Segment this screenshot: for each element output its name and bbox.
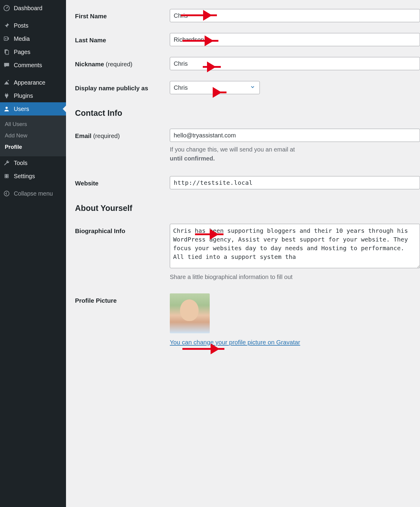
svg-point-8 bbox=[4, 191, 9, 196]
media-icon bbox=[3, 35, 10, 42]
bio-helper: Share a little biographical information … bbox=[170, 272, 420, 281]
label-first-name: First Name bbox=[75, 9, 170, 20]
annotation-arrow bbox=[182, 40, 218, 42]
annotation-arrow bbox=[182, 348, 224, 350]
label-last-name: Last Name bbox=[75, 33, 170, 44]
display-name-value: Chris bbox=[174, 84, 188, 91]
sidebar-label: Users bbox=[14, 106, 29, 112]
svg-point-1 bbox=[6, 8, 7, 9]
users-submenu: All Users Add New Profile bbox=[0, 116, 66, 156]
svg-rect-5 bbox=[6, 50, 9, 54]
label-website: Website bbox=[75, 176, 170, 187]
submenu-profile[interactable]: Profile bbox=[0, 141, 66, 153]
sidebar-item-appearance[interactable]: Appearance bbox=[0, 76, 66, 89]
sidebar-item-tools[interactable]: Tools bbox=[0, 156, 66, 170]
gravatar-link[interactable]: You can change your profile picture on G… bbox=[170, 339, 300, 346]
appearance-icon bbox=[3, 79, 10, 86]
row-profile-picture: Profile Picture You can change your prof… bbox=[75, 293, 420, 346]
sidebar-item-pages[interactable]: Pages bbox=[0, 45, 66, 58]
label-email: Email (required) bbox=[75, 129, 170, 140]
sidebar-collapse[interactable]: Collapse menu bbox=[0, 187, 66, 200]
email-helper: If you change this, we will send you an … bbox=[170, 145, 420, 163]
annotation-arrow bbox=[218, 92, 226, 93]
sidebar-label: Media bbox=[14, 35, 30, 42]
label-profile-picture: Profile Picture bbox=[75, 293, 170, 304]
submenu-add-new[interactable]: Add New bbox=[0, 130, 66, 141]
profile-form: First Name Last Name Nickname (required)… bbox=[66, 0, 420, 507]
profile-avatar bbox=[170, 293, 210, 333]
sidebar-item-comments[interactable]: Comments bbox=[0, 58, 66, 72]
email-input[interactable] bbox=[170, 129, 420, 142]
sidebar-label: Tools bbox=[14, 160, 28, 166]
sidebar-item-users[interactable]: Users bbox=[0, 102, 66, 116]
plugins-icon bbox=[3, 92, 10, 99]
sidebar-item-posts[interactable]: Posts bbox=[0, 19, 66, 32]
pages-icon bbox=[3, 48, 10, 56]
row-display-name: Display name publicly as Chris bbox=[75, 81, 420, 94]
sidebar-label: Comments bbox=[14, 62, 42, 69]
users-icon bbox=[3, 105, 10, 112]
annotation-arrow bbox=[181, 14, 217, 16]
settings-icon bbox=[3, 172, 10, 180]
svg-point-6 bbox=[8, 80, 9, 81]
tools-icon bbox=[3, 159, 10, 166]
row-bio: Biographical Info Share a little biograp… bbox=[75, 224, 420, 281]
sidebar-item-settings[interactable]: Settings bbox=[0, 170, 66, 183]
row-website: Website bbox=[75, 176, 420, 189]
heading-contact-info: Contact Info bbox=[75, 109, 420, 118]
pin-icon bbox=[3, 22, 10, 29]
sidebar-label: Settings bbox=[14, 173, 35, 180]
chevron-down-icon bbox=[250, 84, 255, 91]
sidebar-item-plugins[interactable]: Plugins bbox=[0, 89, 66, 102]
row-nickname: Nickname (required) bbox=[75, 57, 420, 70]
sidebar-label: Appearance bbox=[14, 79, 45, 86]
dashboard-icon bbox=[3, 4, 10, 12]
label-bio: Biographical Info bbox=[75, 224, 170, 235]
row-last-name: Last Name bbox=[75, 33, 420, 46]
sidebar-label: Posts bbox=[14, 22, 28, 29]
sidebar-label: Plugins bbox=[14, 92, 33, 99]
sidebar-item-media[interactable]: Media bbox=[0, 32, 66, 45]
sidebar-label: Collapse menu bbox=[14, 190, 53, 197]
annotation-arrow bbox=[195, 233, 224, 235]
sidebar-item-dashboard[interactable]: Dashboard bbox=[0, 2, 66, 15]
comments-icon bbox=[3, 62, 10, 69]
admin-sidebar: Dashboard Posts Media Pages Comments App… bbox=[0, 0, 66, 507]
website-input[interactable] bbox=[170, 176, 420, 189]
submenu-all-users[interactable]: All Users bbox=[0, 118, 66, 130]
sidebar-label: Pages bbox=[14, 49, 30, 56]
label-nickname: Nickname (required) bbox=[75, 57, 170, 68]
label-display-name: Display name publicly as bbox=[75, 81, 170, 92]
annotation-arrow bbox=[203, 66, 221, 68]
sidebar-label: Dashboard bbox=[14, 5, 42, 12]
svg-point-3 bbox=[5, 38, 6, 39]
heading-about-yourself: About Yourself bbox=[75, 204, 420, 213]
row-first-name: First Name bbox=[75, 9, 420, 22]
collapse-icon bbox=[3, 190, 10, 197]
row-email: Email (required) If you change this, we … bbox=[75, 129, 420, 163]
bio-textarea[interactable] bbox=[170, 224, 420, 268]
svg-point-7 bbox=[5, 107, 8, 109]
